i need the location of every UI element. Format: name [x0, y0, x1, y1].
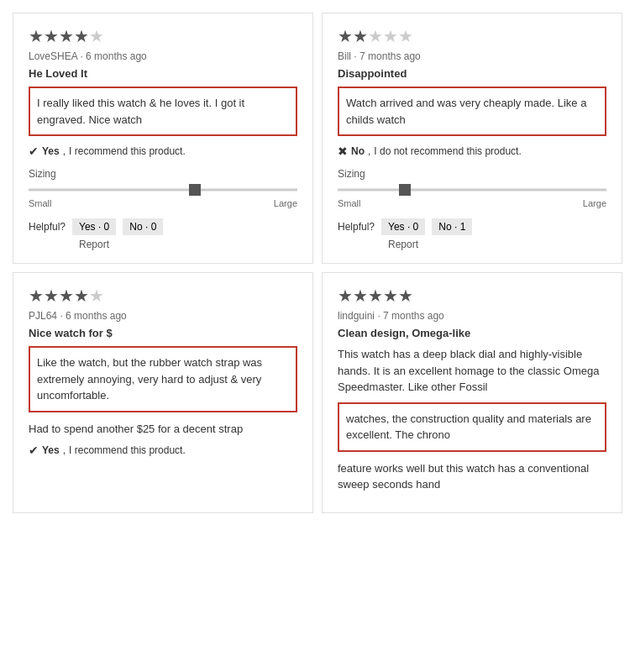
sizing-track-2: [338, 189, 606, 192]
star-4: ★: [74, 26, 89, 46]
helpful-yes-btn-2[interactable]: Yes · 0: [381, 218, 425, 235]
recommend-2: ✖ No, I do not recommend this product.: [338, 144, 606, 158]
review-card-3: ★ ★ ★ ★ ★ PJL64 · 6 months ago Nice watc…: [13, 272, 313, 513]
sizing-label-1: Sizing: [29, 168, 297, 180]
reviewer-time-3: 6 months ago: [66, 310, 127, 322]
recommend-icon-1: ✔: [29, 144, 39, 158]
star-3: ★: [59, 26, 74, 46]
review-card-2: ★ ★ ★ ★ ★ Bill · 7 months ago Disappoint…: [322, 13, 622, 264]
sizing-labels-2: Small Large: [338, 198, 606, 208]
reviewer-time-1: 6 months ago: [86, 50, 147, 62]
star-2: ★: [353, 286, 368, 306]
helpful-yes-btn-1[interactable]: Yes · 0: [72, 218, 116, 235]
star-rating-3: ★ ★ ★ ★ ★: [29, 286, 297, 306]
star-1: ★: [29, 26, 44, 46]
star-5: ★: [398, 286, 413, 306]
reviewer-name-4: lindguini: [338, 310, 375, 322]
star-5: ★: [89, 286, 104, 306]
sizing-small-1: Small: [29, 198, 52, 208]
reviewer-time-2: 7 months ago: [359, 50, 421, 62]
recommend-icon-3: ✔: [29, 444, 39, 457]
reviewer-name-1: LoveSHEA: [29, 50, 77, 62]
review-card-4: ★ ★ ★ ★ ★ lindguini · 7 months ago Clean…: [322, 272, 622, 513]
star-5: ★: [89, 26, 104, 46]
star-3: ★: [368, 286, 383, 306]
sizing-thumb-2: [399, 184, 411, 196]
reviewer-info-1: LoveSHEA · 6 months ago: [29, 50, 297, 62]
reviewer-name-2: Bill: [338, 50, 351, 62]
review-body-bottom-4: feature works well but this watch has a …: [338, 460, 606, 493]
review-card-1: ★ ★ ★ ★ ★ LoveSHEA · 6 months ago He Lov…: [13, 13, 313, 264]
sizing-large-2: Large: [583, 198, 606, 208]
star-rating-1: ★ ★ ★ ★ ★: [29, 26, 297, 46]
review-title-4: Clean design, Omega-like: [338, 327, 606, 339]
sizing-section-1: Sizing Small Large: [29, 168, 297, 208]
sizing-small-2: Small: [338, 198, 361, 208]
reviews-grid: ★ ★ ★ ★ ★ LoveSHEA · 6 months ago He Lov…: [0, 0, 635, 526]
review-title-3: Nice watch for $: [29, 327, 297, 339]
recommend-3: ✔ Yes, I recommend this product.: [29, 444, 297, 457]
helpful-label-1: Helpful?: [29, 221, 66, 233]
reviewer-name-3: PJL64: [29, 310, 57, 322]
star-2: ★: [44, 286, 59, 306]
report-link-2[interactable]: Report: [388, 239, 606, 250]
recommend-1: ✔ Yes, I recommend this product.: [29, 144, 297, 158]
star-4: ★: [383, 26, 398, 46]
recommend-yes-label-1: Yes: [42, 145, 60, 157]
star-5: ★: [398, 26, 413, 46]
reviewer-info-4: lindguini · 7 months ago: [338, 310, 606, 322]
star-1: ★: [338, 286, 353, 306]
star-3: ★: [368, 26, 383, 46]
report-link-1[interactable]: Report: [79, 239, 297, 250]
recommend-icon-2: ✖: [338, 144, 348, 158]
sizing-label-2: Sizing: [338, 168, 606, 180]
star-1: ★: [338, 26, 353, 46]
review-title-2: Disappointed: [338, 67, 606, 80]
helpful-no-btn-2[interactable]: No · 1: [432, 218, 472, 235]
sizing-labels-1: Small Large: [29, 198, 297, 208]
review-body-highlighted-1: I really liked this watch & he loves it.…: [29, 87, 297, 136]
helpful-label-2: Helpful?: [338, 221, 375, 233]
recommend-desc-1: I recommend this product.: [69, 145, 186, 157]
review-body-highlighted-3: Like the watch, but the rubber watch str…: [29, 346, 297, 412]
sizing-thumb-1: [189, 184, 201, 196]
sizing-section-2: Sizing Small Large: [338, 168, 606, 208]
recommend-desc-3: I recommend this product.: [69, 444, 186, 456]
star-4: ★: [383, 286, 398, 306]
sizing-slider-1[interactable]: [29, 183, 297, 197]
recommend-yes-label-3: Yes: [42, 444, 60, 456]
sizing-large-1: Large: [274, 198, 297, 208]
star-4: ★: [74, 286, 89, 306]
recommend-desc-2: I do not recommend this product.: [374, 145, 521, 157]
helpful-no-btn-1[interactable]: No · 0: [123, 218, 163, 235]
review-title-1: He Loved It: [29, 67, 297, 80]
star-3: ★: [59, 286, 74, 306]
star-rating-2: ★ ★ ★ ★ ★: [338, 26, 606, 46]
helpful-section-2: Helpful? Yes · 0 No · 1: [338, 218, 606, 235]
sizing-slider-2[interactable]: [338, 183, 606, 197]
reviewer-info-3: PJL64 · 6 months ago: [29, 310, 297, 322]
review-body-highlighted-4: watches, the construction quality and ma…: [338, 402, 606, 452]
recommend-no-label-2: No: [351, 145, 365, 157]
star-2: ★: [44, 26, 59, 46]
star-rating-4: ★ ★ ★ ★ ★: [338, 286, 606, 306]
reviewer-time-4: 7 months ago: [383, 310, 444, 322]
star-2: ★: [353, 26, 368, 46]
review-body-top-4: This watch has a deep black dial and hig…: [338, 346, 606, 396]
star-1: ★: [29, 286, 44, 306]
reviewer-info-2: Bill · 7 months ago: [338, 50, 606, 62]
review-body-highlighted-2: Watch arrived and was very cheaply made.…: [338, 87, 606, 136]
sizing-track-1: [29, 189, 297, 192]
helpful-section-1: Helpful? Yes · 0 No · 0: [29, 218, 297, 235]
review-body-plain-3: Had to spend another $25 for a decent st…: [29, 421, 297, 438]
